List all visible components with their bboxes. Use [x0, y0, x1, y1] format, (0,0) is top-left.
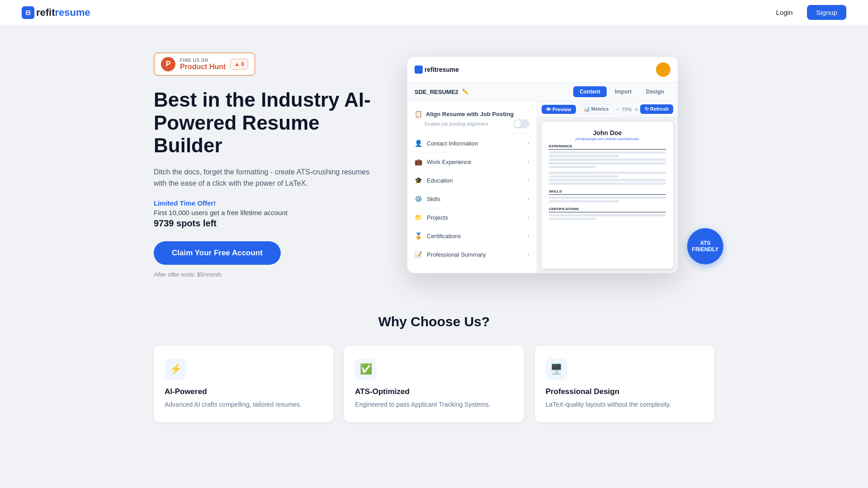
ats-badge: ATS FRIENDLY — [687, 228, 723, 264]
preview-controls: 👁 Preview 📊 Metrics — [542, 104, 613, 114]
app-logo-text: refitresume — [425, 66, 459, 73]
right-panel: 👁 Preview 📊 Metrics − 70% + ↻ Refresh Jo… — [537, 101, 678, 273]
professional-design-title: Professional Design — [546, 387, 703, 396]
resume-contact-line: john@example.com | linkedin.com/in/johnd… — [549, 137, 666, 141]
resume-line-2 — [549, 155, 619, 157]
ph-name-label: Product Hunt — [180, 63, 226, 71]
feature-card-design: 🖥️ Professional Design LaTeX-quality lay… — [535, 346, 714, 422]
hero-right: refitresume SDE_RESUME2 ✏️ Content Impor… — [407, 56, 714, 273]
spots-text: First 10,000 users get a free lifetime a… — [154, 209, 380, 216]
logo[interactable]: ⊟ refitresume — [22, 6, 90, 19]
work-label: Work Experience — [427, 159, 472, 165]
resume-exp-title: Experience — [549, 144, 666, 150]
align-sub: Enable job posting alignment — [425, 119, 529, 128]
left-panel: 📋 Align Resume with Job Posting Enable j… — [407, 101, 537, 273]
metrics-button[interactable]: 📊 Metrics — [579, 104, 614, 114]
zoom-level: 70% — [622, 107, 632, 112]
resume-skills-line-2 — [549, 200, 619, 202]
resume-paper: John Doe john@example.com | linkedin.com… — [542, 122, 673, 268]
contact-icon: 👤 — [415, 140, 422, 147]
work-exp-section-item[interactable]: 💼 Work Experience › — [407, 153, 537, 171]
preview-button[interactable]: 👁 Preview — [542, 105, 576, 114]
resume-candidate-name: John Doe — [549, 129, 666, 136]
align-toggle[interactable] — [513, 119, 529, 128]
resume-cert-line-2 — [549, 218, 596, 220]
professional-design-icon: 🖥️ — [546, 358, 567, 380]
projects-chevron: › — [528, 214, 529, 221]
tab-import[interactable]: Import — [609, 86, 638, 97]
toolbar-left: SDE_RESUME2 ✏️ — [415, 89, 469, 95]
resume-line-7 — [549, 175, 619, 178]
resume-line-9 — [549, 183, 666, 185]
user-avatar — [656, 62, 670, 77]
resume-skills-title: Skills — [549, 189, 666, 195]
education-chevron: › — [528, 177, 529, 183]
ai-powered-title: AI-Powered — [165, 387, 322, 396]
product-hunt-logo: P — [161, 57, 175, 71]
ph-votes: ▲ 6 — [230, 59, 248, 70]
skills-chevron: › — [528, 196, 529, 202]
education-icon: 🎓 — [415, 177, 422, 184]
certifications-section-item[interactable]: 🏅 Certifications › — [407, 227, 537, 245]
certifications-chevron: › — [528, 233, 529, 239]
summary-label: Professional Summary — [427, 251, 486, 258]
ph-find-label: FIND US ON — [180, 58, 226, 63]
zoom-in-button[interactable]: + — [634, 105, 639, 114]
hero-left: P FIND US ON Product Hunt ▲ 6 Best in th… — [154, 52, 380, 278]
ai-powered-icon: ⚡ — [165, 358, 186, 380]
skills-icon: ⚙️ — [415, 195, 422, 202]
contact-section-item[interactable]: 👤 Contact Information › — [407, 134, 537, 153]
signup-link[interactable]: Signup — [807, 5, 846, 20]
contact-chevron: › — [528, 140, 529, 146]
login-link[interactable]: Login — [776, 9, 793, 16]
features-grid: ⚡ AI-Powered Advanced AI crafts compelli… — [154, 346, 714, 422]
hero-subtitle: Ditch the docs, forget the formatting - … — [154, 166, 380, 189]
certifications-label: Certifications — [427, 233, 461, 239]
spots-count: 9739 spots left — [154, 218, 217, 228]
product-hunt-badge[interactable]: P FIND US ON Product Hunt ▲ 6 — [154, 52, 255, 76]
logo-icon: ⊟ — [22, 6, 34, 19]
projects-label: Projects — [427, 214, 448, 221]
contact-label: Contact Information — [427, 140, 478, 147]
refresh-button[interactable]: ↻ Refresh — [640, 104, 673, 114]
app-header: refitresume — [407, 57, 678, 83]
ai-powered-desc: Advanced AI crafts compelling, tailored … — [165, 400, 322, 409]
claim-account-button[interactable]: Claim Your Free Account — [154, 241, 281, 265]
logo-text: refitresume — [36, 7, 90, 19]
work-chevron: › — [528, 159, 529, 165]
work-icon: 💼 — [415, 158, 422, 165]
ats-optimized-desc: Engineered to pass Applicant Tracking Sy… — [355, 400, 513, 409]
education-label: Education — [427, 177, 453, 184]
navigation: ⊟ refitresume Login Signup — [0, 0, 868, 25]
resume-line-6 — [549, 172, 666, 174]
preview-toolbar: 👁 Preview 📊 Metrics − 70% + ↻ Refresh — [537, 101, 678, 117]
why-choose-section: Why Choose Us? ⚡ AI-Powered Advanced AI … — [118, 314, 750, 422]
app-toolbar: SDE_RESUME2 ✏️ Content Import Design — [407, 83, 678, 101]
zoom-controls: − 70% + — [614, 105, 639, 114]
feature-card-ats: ✅ ATS-Optimized Engineered to pass Appli… — [344, 346, 524, 422]
projects-icon: 📁 — [415, 214, 422, 221]
zoom-out-button[interactable]: − — [614, 105, 620, 114]
summary-section-item[interactable]: 📝 Professional Summary › — [407, 245, 537, 263]
resume-line-1 — [549, 151, 666, 154]
summary-icon: 📝 — [415, 251, 422, 258]
projects-section-item[interactable]: 📁 Projects › — [407, 208, 537, 227]
why-choose-title: Why Choose Us? — [154, 314, 714, 329]
skills-section-item[interactable]: ⚙️ Skills › — [407, 190, 537, 208]
education-section-item[interactable]: 🎓 Education › — [407, 171, 537, 190]
app-logo: refitresume — [415, 66, 459, 74]
resume-line-8 — [549, 179, 666, 181]
align-sub-text: Enable job posting alignment — [425, 121, 488, 127]
toolbar-tabs: Content Import Design — [573, 86, 670, 97]
resume-line-5 — [549, 166, 596, 168]
tab-design[interactable]: Design — [640, 86, 670, 97]
professional-design-desc: LaTeX-quality layouts without the comple… — [546, 400, 703, 409]
edit-icon[interactable]: ✏️ — [462, 89, 469, 95]
tab-content[interactable]: Content — [573, 86, 606, 97]
align-label: Align Resume with Job Posting — [426, 111, 514, 117]
app-body: 📋 Align Resume with Job Posting Enable j… — [407, 101, 678, 273]
align-resume-item[interactable]: 📋 Align Resume with Job Posting Enable j… — [407, 105, 537, 134]
ats-line1: ATS — [700, 240, 710, 246]
hero-title: Best in the Industry AI-Powered Resume B… — [154, 89, 380, 157]
app-preview: refitresume SDE_RESUME2 ✏️ Content Impor… — [407, 56, 678, 273]
